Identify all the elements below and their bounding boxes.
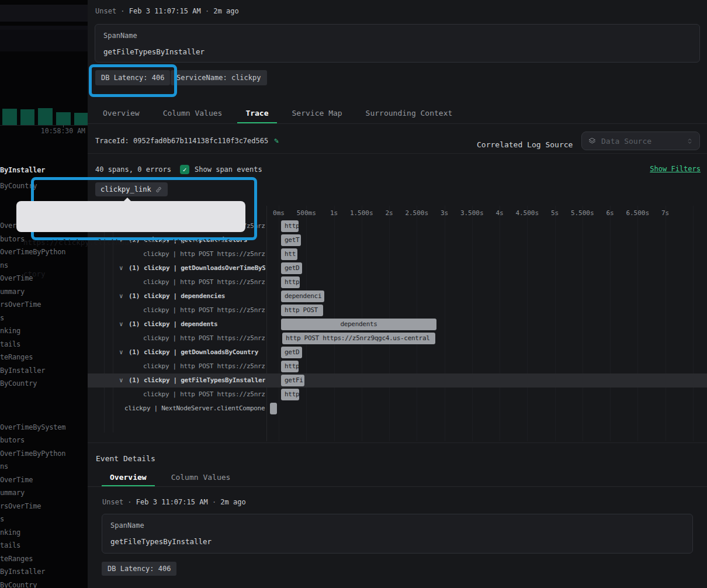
sidebar-item[interactable]: nking bbox=[0, 327, 88, 336]
collapse-chevron-icon[interactable]: ∨ bbox=[119, 289, 123, 303]
span-name-text: clickpy | http POST https://z5nrz9qgc4.u… bbox=[143, 334, 265, 342]
span-name-text: clickpy | http POST https://z5nrz9qgc4.u… bbox=[143, 362, 265, 370]
span-row-name: clickpy | http POST https://z5nrz9qgc4.u… bbox=[88, 359, 265, 373]
span-row[interactable]: ∨(1)clickpy | dependentsdependents bbox=[88, 317, 707, 331]
span-name-text: clickpy | http POST https://z5nrz9qgc4.u… bbox=[143, 306, 265, 314]
span-row-name: ∨(1)clickpy | dependencies bbox=[88, 289, 265, 303]
span-name-text: clickpy | http POST https://z5nrz9qgc4.u… bbox=[143, 390, 265, 398]
span-duration-bar[interactable]: http bbox=[281, 276, 300, 288]
sidebar-item[interactable]: ummary bbox=[0, 489, 88, 498]
span-duration-bar[interactable]: htt bbox=[281, 248, 297, 260]
sidebar-item[interactable]: tails bbox=[0, 541, 88, 551]
span-name-key: SpanName bbox=[110, 521, 144, 530]
span-duration-bar[interactable]: http POST https://z5nrz9qgc4.us-central bbox=[282, 333, 435, 344]
sidebar-item[interactable]: OverTimeByPython bbox=[0, 449, 88, 459]
sidebar-item[interactable]: ByCountry bbox=[0, 581, 88, 588]
child-count: (1) bbox=[129, 320, 140, 328]
span-row-name: clickpy | http POST https://z5nrz9qgc4.u… bbox=[88, 388, 265, 402]
tab-overview[interactable]: Overview bbox=[102, 468, 155, 486]
sidebar-item[interactable]: teRanges bbox=[0, 555, 88, 564]
span-row[interactable]: ∨(1)clickpy | getDownloadsByCountrygetD bbox=[88, 345, 707, 359]
span-duration-bar[interactable]: http POST bbox=[281, 305, 323, 316]
event-age: 2m ago bbox=[220, 498, 245, 506]
span-row-name: ∨(1)clickpy | getFileTypesByInstaller bbox=[88, 373, 265, 388]
event-details-title: Event Details bbox=[96, 454, 155, 463]
child-count: (1) bbox=[129, 348, 140, 356]
span-row[interactable]: clickpy | http POST https://z5nrz9qgc4.u… bbox=[88, 359, 707, 373]
sidebar-item[interactable]: s bbox=[0, 515, 88, 524]
sidebar-item-list: ByInstallerByCountryOverTimeBySystembuto… bbox=[0, 0, 88, 588]
span-row[interactable]: clickpy | http POST https://z5nrz9qgc4.u… bbox=[88, 331, 707, 345]
span-duration-bar[interactable]: getFi bbox=[281, 375, 304, 386]
event-side-panel: Unset · Feb 3 11:07:15 AM · 2m ago SpanN… bbox=[88, 0, 707, 588]
span-row-name: ∨(1)clickpy | getDownloadsByCountry bbox=[88, 345, 265, 359]
sidebar-item[interactable]: ByInstaller bbox=[0, 366, 88, 376]
sidebar-item[interactable]: ns bbox=[0, 462, 88, 472]
sidebar-item[interactable]: ByCountry bbox=[0, 182, 88, 191]
span-row[interactable]: clickpy | NextNodeServer.clientCompone bbox=[88, 402, 707, 416]
span-row-name: clickpy | NextNodeServer.clientCompone bbox=[88, 402, 265, 416]
span-duration-bar[interactable] bbox=[270, 403, 277, 414]
section-divider bbox=[88, 442, 707, 443]
span-duration-bar[interactable]: dependents bbox=[281, 319, 436, 330]
span-row-name: ∨(1)clickpy | dependents bbox=[88, 317, 265, 331]
tooltip-url-line2: ctory bbox=[23, 269, 238, 279]
sidebar-item[interactable]: s bbox=[0, 314, 88, 323]
sidebar-item[interactable]: ByInstaller bbox=[0, 166, 88, 175]
span-name-text: clickpy | getDownloadsByCountry bbox=[144, 348, 258, 356]
severity-label: Unset bbox=[102, 498, 123, 506]
span-name-value: getFileTypesByInstaller bbox=[110, 537, 212, 546]
tab-column-values[interactable]: Column Values bbox=[163, 468, 239, 486]
tooltip-arrow bbox=[123, 198, 131, 202]
child-count: (1) bbox=[129, 292, 140, 300]
sidebar-item[interactable]: OverTime bbox=[0, 476, 88, 485]
span-row[interactable]: clickpy | http POST https://z5nrz9qgc4.u… bbox=[88, 303, 707, 317]
span-name-text: clickpy | dependents bbox=[144, 320, 217, 328]
event-details-tabbar: OverviewColumn Values bbox=[88, 468, 707, 487]
collapse-chevron-icon[interactable]: ∨ bbox=[119, 317, 123, 331]
event-details-meta: Unset · Feb 3 11:07:15 AM · 2m ago bbox=[102, 498, 246, 506]
sidebar-item[interactable]: teRanges bbox=[0, 353, 88, 362]
span-name-text: clickpy | dependencies bbox=[144, 292, 225, 300]
span-row[interactable]: ∨(1)clickpy | dependenciesdependenci bbox=[88, 289, 707, 303]
span-row-name: clickpy | http POST https://z5nrz9qgc4.u… bbox=[88, 303, 265, 317]
span-name-text: clickpy | NextNodeServer.clientCompone bbox=[124, 404, 265, 412]
span-row-name: clickpy | http POST https://z5nrz9qgc4.u… bbox=[88, 331, 265, 345]
background-sidebar: 10:58:30 AM ByInstallerByCountryOverTime… bbox=[0, 0, 88, 588]
sidebar-item[interactable]: tails bbox=[0, 340, 88, 350]
span-name-text: clickpy | getFileTypesByInstaller bbox=[144, 376, 265, 384]
collapse-chevron-icon[interactable]: ∨ bbox=[119, 345, 123, 359]
span-duration-bar[interactable]: http bbox=[281, 389, 299, 400]
span-row[interactable]: ∨(1)clickpy | getFileTypesByInstallerget… bbox=[88, 373, 707, 388]
sidebar-item[interactable]: rsOverTime bbox=[0, 300, 88, 310]
sidebar-item[interactable]: rsOverTime bbox=[0, 502, 88, 511]
sidebar-item[interactable]: ByCountry bbox=[0, 379, 88, 389]
sidebar-item[interactable]: ByInstaller bbox=[0, 568, 88, 577]
span-row[interactable]: clickpy | http POST https://z5nrz9qgc4.u… bbox=[88, 388, 707, 402]
sidebar-item[interactable]: nking bbox=[0, 528, 88, 538]
span-name-card: SpanName getFileTypesByInstaller bbox=[102, 514, 693, 554]
event-datetime: Feb 3 11:07:15 AM bbox=[136, 498, 208, 506]
link-url-tooltip: https://clickpy.clickhouse.com/dashboard… bbox=[16, 201, 245, 232]
span-duration-bar[interactable]: http bbox=[281, 361, 299, 372]
trace-viewer-screen: { "meta": {"status": "Unset", "dot": "\u… bbox=[0, 0, 707, 588]
span-duration-bar[interactable]: getD bbox=[281, 347, 302, 358]
span-duration-bar[interactable]: http bbox=[281, 220, 299, 232]
span-duration-bar[interactable]: getD bbox=[281, 262, 302, 274]
sidebar-item[interactable]: butors bbox=[0, 436, 88, 445]
child-count: (1) bbox=[129, 376, 140, 384]
span-duration-bar[interactable]: dependenci bbox=[281, 290, 324, 302]
db-latency-badge[interactable]: DB Latency: 406 bbox=[102, 562, 176, 576]
sidebar-item[interactable]: OverTimeBySystem bbox=[0, 423, 88, 433]
span-duration-bar[interactable]: getT bbox=[281, 234, 301, 246]
tooltip-url-line1: https://clickpy.clickhouse.com/dashboard… bbox=[23, 237, 238, 248]
collapse-chevron-icon[interactable]: ∨ bbox=[119, 373, 123, 388]
